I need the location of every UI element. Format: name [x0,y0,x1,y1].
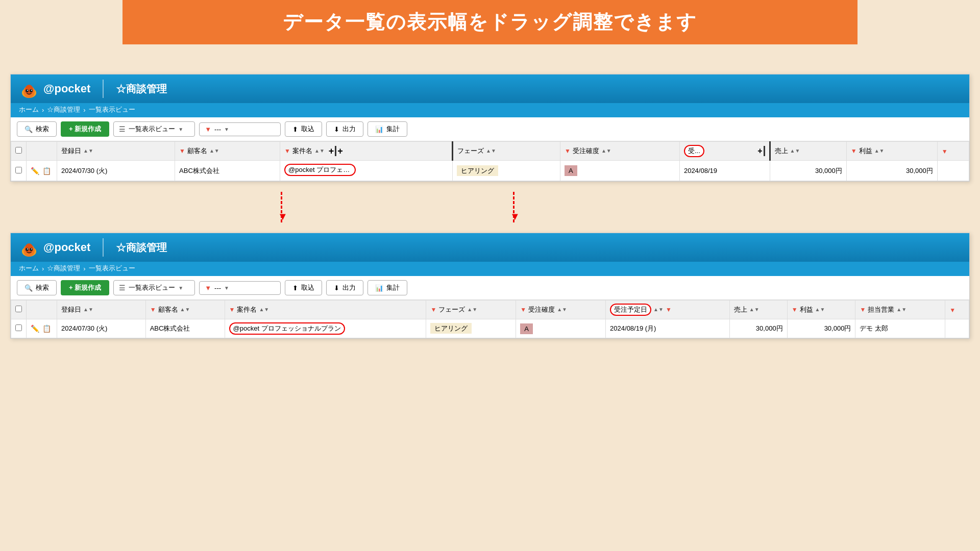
filter-project-top[interactable]: ▼ [284,147,290,155]
sort-client-top[interactable]: ▲▼ [209,148,219,154]
aggregate-button-bottom[interactable]: 📊 集計 [368,280,407,295]
filter-icon-top: ▼ [205,126,211,133]
resize-plus-left2-top[interactable]: + [757,146,762,156]
breadcrumb-home-top[interactable]: ホーム [19,105,39,114]
sort-phase-bottom[interactable]: ▲▼ [467,307,477,312]
row-project-top: @pocket プロフェッ... [280,161,453,181]
table-row-top: ✏️ 📋 2024/07/30 (火) ABC株式会社 @pocket プロフェ… [11,161,969,181]
svg-point-5 [27,90,28,91]
new-button-bottom[interactable]: + 新規作成 [61,280,109,295]
filter-extra-bottom[interactable]: ▼ [949,307,955,314]
sort-profit-bottom[interactable]: ▲▼ [815,307,825,312]
row-select-top[interactable] [15,167,22,173]
aggregate-icon-top: 📊 [375,126,383,133]
filter-button-top[interactable]: ▼ --- ▼ [199,122,281,136]
filter-client-top[interactable]: ▼ [179,147,185,155]
breadcrumb-list-top[interactable]: 一覧表示ビュー [89,105,135,114]
sort-sales-top[interactable]: ▲▼ [790,148,800,154]
sort-conf-top[interactable]: ▲▼ [601,148,611,154]
sort-orderdate-bottom[interactable]: ▲▼ [653,307,664,312]
filter-conf-top[interactable]: ▼ [565,147,571,155]
row-orderdate-top: 2024/08/19 [679,161,770,181]
sort-phase-top[interactable]: ▲▼ [486,148,496,154]
breadcrumb-sep2-bottom: › [83,265,85,272]
row-extra-top [937,161,969,181]
import-button-top[interactable]: ⬆ 取込 [285,121,322,137]
filter-extra-top[interactable]: ▼ [942,148,948,155]
header-divider-bottom [103,238,104,257]
breadcrumb-list-bottom[interactable]: 一覧表示ビュー [89,264,135,273]
search-button-bottom[interactable]: 🔍 検索 [17,280,57,295]
sort-client-bottom[interactable]: ▲▼ [180,307,190,312]
filter-client-bottom[interactable]: ▼ [150,306,156,313]
row-extra-bottom [945,319,969,338]
select-all-bottom[interactable] [15,306,22,312]
row-select-bottom[interactable] [15,324,22,331]
th-sales-bottom: 売上 ▲▼ [729,300,787,319]
header-title-top: ☆商談管理 [116,82,167,96]
logo-area-top: @pocket [19,79,90,99]
export-button-top[interactable]: ⬇ 出力 [326,121,363,137]
filter-button-bottom[interactable]: ▼ --- ▼ [199,281,281,295]
th-profit-bottom: ▼ 利益 ▲▼ [787,300,855,319]
export-button-bottom[interactable]: ⬇ 出力 [326,280,363,295]
sort-date-top[interactable]: ▲▼ [83,148,93,154]
copy-icon-top[interactable]: 📋 [42,167,51,175]
copy-icon-bottom[interactable]: 📋 [42,324,51,333]
th-profit-top: ▼ 利益 ▲▼ [846,142,937,161]
view-select-bottom[interactable]: ☰ 一覧表示ビュー ▼ [113,280,195,295]
breadcrumb-shodan-bottom[interactable]: ☆商談管理 [47,264,80,273]
view-select-top[interactable]: ☰ 一覧表示ビュー ▼ [113,121,195,137]
table-row-bottom: ✏️ 📋 2024/07/30 (火) ABC株式会社 @pocket プロフェ… [11,319,969,338]
import-button-bottom[interactable]: ⬆ 取込 [285,280,322,295]
sort-sales-bottom[interactable]: ▲▼ [749,307,760,312]
th-date-top: 登録日 ▲▼ [57,142,175,161]
new-button-top[interactable]: + 新規作成 [61,121,109,137]
filter-conf-bottom[interactable]: ▼ [520,306,526,313]
search-button-top[interactable]: 🔍 検索 [17,121,57,137]
sort-project-bottom[interactable]: ▲▼ [259,307,269,312]
data-table-top: 登録日 ▲▼ ▼ 顧客名 ▲▼ [11,141,969,181]
resize-plus-right-top[interactable]: + [337,146,343,157]
toolbar-top: 🔍 検索 + 新規作成 ☰ 一覧表示ビュー ▼ ▼ --- ▼ ⬆ 取込 ⬇ [11,117,969,141]
th-phase-bottom: ▼ フェーズ ▲▼ [426,300,516,319]
aggregate-button-top[interactable]: 📊 集計 [368,121,407,137]
filter-phase-bottom[interactable]: ▼ [430,306,436,313]
sort-profit-top[interactable]: ▲▼ [874,148,885,154]
project-highlight-bottom: @pocket プロフェッショナルプラン [229,322,345,335]
svg-point-6 [31,90,32,91]
data-table-bottom: 登録日 ▲▼ ▼ 顧客名 ▲▼ [11,300,969,338]
edit-icon-bottom[interactable]: ✏️ [31,324,39,333]
row-date-top: 2024/07/30 (火) [57,161,175,181]
resize-plus-left-top[interactable]: + [329,146,334,157]
app-header-bottom: @pocket ☆商談管理 [11,233,969,262]
svg-point-3 [26,89,29,92]
resize-handle2-top[interactable] [764,146,765,156]
row-confidence-top: A [560,161,679,181]
svg-point-11 [30,248,33,251]
sort-staff-bottom[interactable]: ▲▼ [896,307,906,312]
row-profit-top: 30,000円 [846,161,937,181]
filter-orderdate-bottom[interactable]: ▼ [666,306,672,313]
import-icon-top: ⬆ [292,126,298,133]
th-client-bottom: ▼ 顧客名 ▲▼ [145,300,225,319]
th-orderdate-top: 受... + [679,142,770,161]
filter-profit-top[interactable]: ▼ [851,147,857,155]
search-icon-bottom: 🔍 [24,284,33,292]
th-sales-top: 売上 ▲▼ [770,142,846,161]
sort-conf-bottom[interactable]: ▲▼ [557,307,567,312]
filter-staff-bottom[interactable]: ▼ [860,306,866,313]
select-all-top[interactable] [15,147,22,154]
edit-icon-top[interactable]: ✏️ [31,167,39,175]
filter-profit-bottom[interactable]: ▼ [792,306,798,313]
filter-project-bottom[interactable]: ▼ [229,306,235,313]
view-chevron-bottom: ▼ [178,285,183,291]
th-orderdate-bottom: 受注予定日 ▲▼ ▼ [606,300,730,319]
sort-project-top[interactable]: ▲▼ [314,148,325,154]
breadcrumb-home-bottom[interactable]: ホーム [19,264,39,273]
th-staff-bottom: ▼ 担当営業 ▲▼ [855,300,945,319]
svg-point-10 [26,248,29,251]
sort-date-bottom[interactable]: ▲▼ [83,307,93,312]
breadcrumb-shodan-top[interactable]: ☆商談管理 [47,105,80,114]
resize-handle-top[interactable] [335,146,336,156]
